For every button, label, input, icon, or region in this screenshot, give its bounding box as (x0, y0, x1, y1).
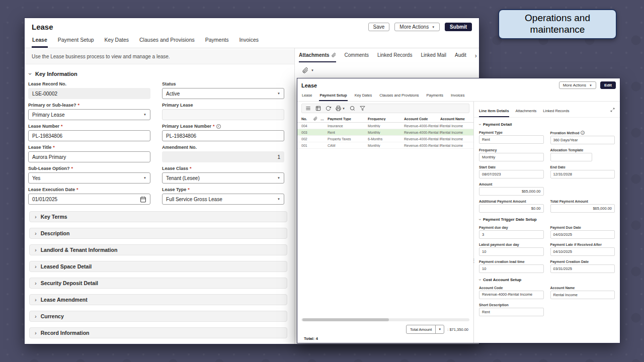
page-title: Lease (32, 23, 53, 31)
lease-number-input[interactable]: PL-19834806 (28, 130, 150, 141)
ov-tab-invoices[interactable]: Invoices (450, 90, 465, 101)
table-view-icon[interactable] (315, 106, 321, 111)
ov-tab-lease[interactable]: Lease (301, 90, 312, 101)
aggregate-select[interactable]: Total Amount ▼ (406, 325, 444, 334)
lease-type-select[interactable]: Full Service Gross Lease ▼ (162, 194, 284, 205)
section-leased-space-detail[interactable]: ›Leased Space Detail (29, 261, 287, 272)
cell-payment-type: Rent (328, 131, 368, 134)
save-button[interactable]: Save (368, 23, 390, 31)
filter-icon[interactable] (360, 106, 365, 111)
short-description-value[interactable]: Rent (479, 308, 544, 316)
tab-linked-mail[interactable]: Linked Mail (421, 52, 446, 62)
field-label: Lease Execution Date (28, 187, 75, 192)
col-no[interactable]: No. (301, 117, 313, 121)
payment-due-date-value[interactable]: 04/03/2025 (550, 230, 615, 239)
section-description[interactable]: ›Description (29, 228, 287, 239)
additional-payment-amount-value[interactable]: $0.00 (479, 204, 544, 213)
account-name-value[interactable]: Rental Income (550, 291, 615, 299)
splitter-handle[interactable]: ⋮ (471, 258, 476, 263)
account-code-value[interactable]: Revenue-4000-Rental Income (479, 291, 544, 299)
col-frequency[interactable]: Frequency (368, 117, 404, 121)
lease-execution-date-input[interactable]: 01/01/2025 (28, 194, 150, 205)
section-landlord-tenant-information[interactable]: ›Landlord & Tenant Information (29, 244, 287, 255)
tab-comments[interactable]: Comments (345, 52, 369, 62)
col-payment-type[interactable]: Payment Type (328, 117, 368, 121)
cell-frequency: Monthly (368, 144, 404, 147)
section-key-information[interactable]: › Key Information (29, 71, 287, 77)
horizontal-scrollbar[interactable] (301, 318, 469, 321)
ov-tab-key-dates[interactable]: Key Dates (354, 90, 373, 101)
table-row[interactable]: 003 Rent Monthly Revenue-4000-Rental I..… (297, 129, 473, 136)
tab-clauses-and-provisions[interactable]: Clauses and Provisions (139, 33, 195, 48)
payment-creation-date-value[interactable]: 03/31/2025 (550, 264, 615, 273)
add-attachment-button[interactable]: ▼ (302, 67, 479, 73)
latest-payment-due-day-value[interactable]: 10 (479, 247, 544, 256)
section-lease-amendment[interactable]: ›Lease Amendment (29, 294, 287, 305)
section-currency[interactable]: ›Currency (29, 311, 287, 322)
tab-attachments[interactable]: Attachments (516, 109, 537, 117)
ov-tab-payment-setup[interactable]: Payment Setup (319, 90, 347, 101)
edit-button[interactable]: Edit (600, 81, 616, 89)
allocation-template-value[interactable] (550, 153, 593, 161)
lease-class-select[interactable]: Tenant (Lesee) ▼ (162, 172, 284, 184)
submit-button[interactable]: Submit (445, 23, 472, 31)
status-select[interactable]: Active ▼ (162, 88, 284, 99)
section-key-terms[interactable]: ›Key Terms (29, 211, 287, 222)
chevron-right-icon[interactable]: › (475, 53, 477, 59)
section-payment-detail[interactable]: › Payment Detail (479, 122, 615, 127)
sub-lease-option-select[interactable]: Yes ▼ (28, 172, 150, 184)
cell-payment-type: Insurance (328, 124, 368, 128)
search-icon[interactable] (350, 106, 355, 111)
list-view-icon[interactable] (305, 106, 311, 111)
tab-invoices[interactable]: Invoices (238, 33, 259, 48)
tab-linked-records[interactable]: Linked Records (377, 52, 412, 62)
ov-tab-payments[interactable]: Payments (426, 90, 444, 101)
print-icon[interactable]: ▼ (336, 106, 345, 111)
tab-payment-setup[interactable]: Payment Setup (57, 33, 95, 48)
lease-title-input[interactable]: Aurora Primary (28, 151, 150, 162)
amount-value[interactable]: $65,000.00 (479, 187, 544, 196)
section-record-information[interactable]: ›Record Information (29, 327, 287, 338)
refresh-icon[interactable] (326, 106, 331, 111)
col-account-name[interactable]: Account Name (440, 117, 473, 121)
table-row[interactable]: 002 Property Taxes 6-Months Revenue-4000… (297, 136, 473, 142)
more-actions-button[interactable]: More Actions ▼ (559, 81, 596, 89)
tab-key-dates[interactable]: Key Dates (104, 33, 129, 48)
calendar-icon[interactable] (140, 196, 146, 203)
chevron-right-icon: › (35, 314, 37, 319)
more-actions-button[interactable]: More Actions ▼ (394, 23, 440, 31)
table-row[interactable]: 001 CAM Monthly Revenue-4000-Rental I...… (297, 142, 473, 149)
col-account-code[interactable]: Account Code (404, 117, 440, 121)
section-title: Key Information (35, 71, 77, 77)
section-payment-trigger-date-setup[interactable]: › Payment Trigger Date Setup (479, 217, 615, 222)
start-date-value[interactable]: 08/07/2023 (479, 170, 544, 178)
cell-account-code: Revenue-4000-Rental I... (404, 137, 440, 141)
cell-account-name: Rental Income (440, 131, 473, 134)
primary-lease-number-input[interactable]: PL-19834806 (162, 130, 284, 141)
payment-due-day-value[interactable]: 3 (479, 230, 544, 239)
tab-lease[interactable]: Lease (32, 33, 48, 48)
field-sub-lease-option: Sub-Lease Option?* Yes ▼ (28, 166, 150, 184)
field-amount: Amount $65,000.00 (479, 183, 544, 196)
cell-no: 004 (301, 124, 313, 128)
table-row[interactable]: 004 Insurance Monthly Revenue-4000-Renta… (297, 123, 473, 129)
tab-attachments[interactable]: Attachments (299, 52, 336, 62)
frequency-value[interactable]: Monthly (479, 153, 544, 161)
primary-or-sub-lease-select[interactable]: Primary Lease ▼ (28, 109, 150, 120)
tab-audit[interactable]: Audit (455, 52, 466, 62)
chevron-down-icon: › (27, 73, 33, 75)
tab-line-item-details[interactable]: Line Item Details (479, 109, 509, 117)
payment-creation-lead-value[interactable]: 10 (479, 264, 544, 273)
tab-payments[interactable]: Payments (205, 33, 229, 48)
scrollbar-thumb[interactable] (302, 318, 389, 321)
payment-type-value[interactable]: Rent (479, 135, 544, 144)
col-actions[interactable]: … (320, 117, 328, 121)
section-cost-account-setup[interactable]: › Cost Account Setup (479, 278, 615, 282)
end-date-value[interactable]: 12/31/2028 (550, 170, 615, 178)
payment-late-after-value[interactable]: 04/10/2025 (550, 247, 615, 256)
section-security-deposit-detail[interactable]: ›Security Deposit Detail (29, 278, 287, 289)
ov-tab-clauses-and-provisions[interactable]: Clauses and Provisions (379, 90, 419, 101)
expand-icon[interactable] (610, 108, 615, 112)
proration-method-value[interactable]: 360 Days/Year (550, 136, 615, 144)
tab-linked-records[interactable]: Linked Records (543, 109, 569, 117)
